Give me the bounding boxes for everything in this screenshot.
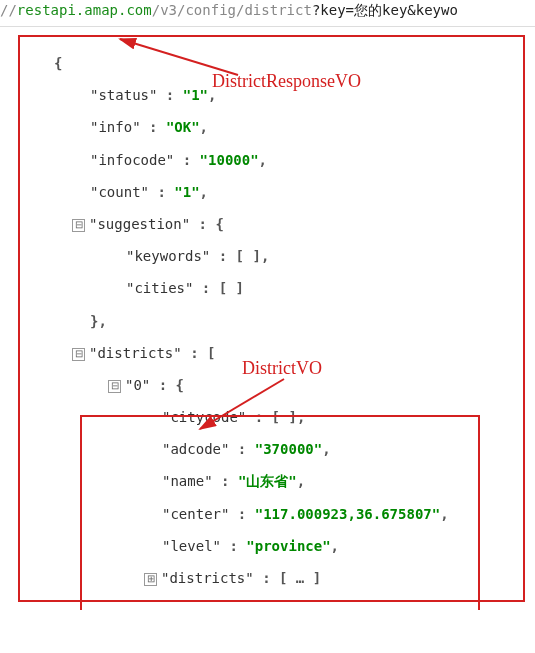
url-host: restapi.amap.com [17,2,152,18]
district-vo-box [80,415,480,610]
json-line: ⊟"suggestion" : { [26,208,517,240]
json-response-box: DistrictResponseVO DistrictVO { "status"… [18,35,525,602]
json-line: "info" : "OK", [26,111,517,143]
json-line: "keywords" : [ ], [26,240,517,272]
annotation-district-vo: DistrictVO [242,358,322,379]
json-line: }, [26,305,517,337]
url-query: ?key=您的key&keywo [312,2,458,18]
collapse-toggle[interactable]: ⊟ [108,380,121,393]
json-line: "infocode" : "10000", [26,144,517,176]
json-line: "count" : "1", [26,176,517,208]
annotation-response-vo: DistrictResponseVO [212,71,361,92]
collapse-toggle[interactable]: ⊟ [72,219,85,232]
url-path: /v3/config/district [152,2,312,18]
json-line: "cities" : [ ] [26,272,517,304]
url-scheme: // [0,2,17,18]
collapse-toggle[interactable]: ⊟ [72,348,85,361]
url-bar: //restapi.amap.com/v3/config/district?ke… [0,0,535,27]
